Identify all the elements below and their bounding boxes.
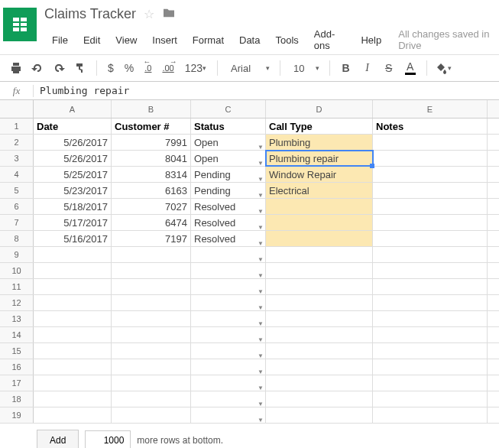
cell[interactable]: 5/26/2017 [34,151,112,166]
cell[interactable]: Call Type [266,118,373,134]
cell[interactable]: Open▼ [191,151,266,166]
doc-title[interactable]: Claims Tracker [44,6,136,22]
cell[interactable] [34,279,112,294]
cell[interactable]: ▼ [191,247,266,262]
cell[interactable] [266,327,373,342]
cell[interactable] [373,183,488,198]
folder-icon[interactable] [162,8,176,21]
cell[interactable]: Pending▼ [191,167,266,182]
cell[interactable]: Window Repair [266,167,373,182]
cell[interactable] [373,295,488,310]
cell[interactable]: Date [34,118,112,134]
print-icon[interactable] [6,58,26,78]
cell[interactable]: 6163 [112,183,191,198]
cell[interactable]: Electrical [266,183,373,198]
cell[interactable] [373,359,488,375]
cell[interactable] [112,295,191,310]
text-color-button[interactable]: A [400,58,420,78]
cell[interactable] [112,359,191,375]
cell[interactable] [373,407,488,423]
cell[interactable] [266,343,373,359]
star-icon[interactable]: ☆ [144,7,154,21]
cell[interactable] [266,311,373,326]
cell[interactable] [112,407,191,423]
cell[interactable] [373,199,488,214]
cell[interactable] [373,151,488,166]
row-header[interactable]: 10 [0,263,34,278]
row-header[interactable]: 9 [0,247,34,262]
fill-color-button[interactable]: ▾ [433,58,453,78]
cell[interactable]: 5/16/2017 [34,231,112,246]
cell[interactable] [266,295,373,310]
cell[interactable] [34,359,112,375]
percent-button[interactable]: % [120,58,138,78]
col-header-a[interactable]: A [34,100,112,118]
cell[interactable]: ▼ [191,263,266,278]
cell[interactable] [112,263,191,278]
menu-edit[interactable]: Edit [76,31,108,49]
cell[interactable]: Status [191,118,266,134]
cell[interactable]: Pending▼ [191,183,266,198]
cell[interactable]: 5/17/2017 [34,215,112,230]
cell[interactable] [112,391,191,407]
cell[interactable] [373,247,488,262]
menu-format[interactable]: Format [185,31,232,49]
cell[interactable]: 5/18/2017 [34,199,112,214]
menu-file[interactable]: File [44,31,76,49]
redo-icon[interactable] [49,58,69,78]
cell[interactable] [266,359,373,375]
cell[interactable] [34,311,112,326]
strike-button[interactable]: S [379,58,399,78]
cell[interactable] [373,279,488,294]
cell[interactable] [266,279,373,294]
cell[interactable] [266,247,373,262]
col-header-b[interactable]: B [112,100,191,118]
row-header[interactable]: 18 [0,391,34,407]
font-size-select[interactable]: 10▾ [287,60,322,76]
cell[interactable] [34,375,112,391]
row-header[interactable]: 16 [0,359,34,375]
row-header[interactable]: 11 [0,279,34,294]
cell[interactable] [373,327,488,342]
cell[interactable] [266,199,373,214]
cell[interactable] [373,311,488,326]
undo-icon[interactable] [28,58,47,78]
cell[interactable] [373,343,488,359]
menu-tools[interactable]: Tools [267,31,306,49]
cell[interactable]: Plumbing [266,135,373,150]
cell[interactable] [373,167,488,182]
formula-input[interactable]: Plumbing repair [34,85,499,96]
row-header[interactable]: 1 [0,118,34,134]
cell[interactable] [34,295,112,310]
cell[interactable] [373,391,488,407]
italic-button[interactable]: I [358,58,377,78]
cell[interactable]: Resolved▼ [191,215,266,230]
cell[interactable]: ▼ [191,295,266,310]
cell[interactable] [373,135,488,150]
menu-view[interactable]: View [108,31,144,49]
cell[interactable] [373,215,488,230]
menu-help[interactable]: Help [353,31,389,49]
row-header[interactable]: 12 [0,295,34,310]
cell[interactable] [112,247,191,262]
cell[interactable]: ▼ [191,311,266,326]
row-header[interactable]: 6 [0,199,34,214]
cell[interactable]: ▼ [191,327,266,342]
col-header-e[interactable]: E [373,100,488,118]
cell[interactable]: 7991 [112,135,191,150]
paint-format-icon[interactable] [70,58,90,78]
cell[interactable] [373,231,488,246]
cell[interactable] [34,247,112,262]
cell[interactable] [34,263,112,278]
cell[interactable] [266,231,373,246]
row-header[interactable]: 19 [0,407,34,423]
cell[interactable] [373,263,488,278]
cell[interactable] [266,391,373,407]
cell[interactable] [112,279,191,294]
sheets-logo[interactable] [3,8,37,41]
cell[interactable]: 5/25/2017 [34,167,112,182]
menu-addons[interactable]: Add-ons [306,25,354,54]
cell[interactable]: ▼ [191,343,266,359]
cell[interactable]: ▼ [191,391,266,407]
cell[interactable] [112,343,191,359]
